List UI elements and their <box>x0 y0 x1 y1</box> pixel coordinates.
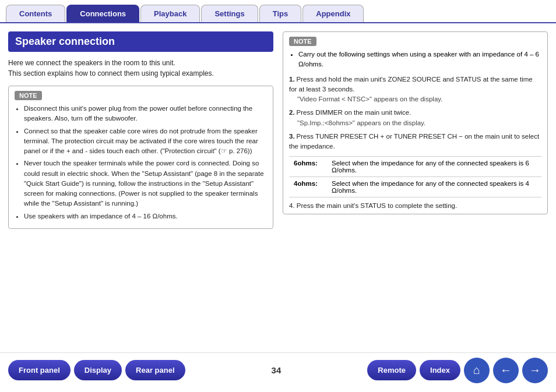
ohms-4-desc: Select when the impedance for any of the… <box>327 177 541 197</box>
tab-appendix[interactable]: Appendix <box>302 5 364 22</box>
tab-tips[interactable]: Tips <box>259 5 302 22</box>
back-button[interactable]: ← <box>493 358 519 383</box>
remote-button[interactable]: Remote <box>367 360 416 380</box>
forward-button[interactable]: → <box>522 358 548 383</box>
note-label-left: NOTE <box>15 91 42 100</box>
list-item: Disconnect this unit's power plug from t… <box>24 104 267 124</box>
page-number: 34 <box>195 365 358 375</box>
tab-connections[interactable]: Connections <box>66 5 139 22</box>
left-column: Speaker connection Here we connect the s… <box>8 31 273 347</box>
step-1: 1.Press and hold the main unit's ZONE2 S… <box>289 75 541 105</box>
ohms-6-desc: Select when the impedance for any of the… <box>327 157 541 177</box>
list-item: Use speakers with an impedance of 4 – 16… <box>24 211 267 221</box>
right-note-intro: Carry out the following settings when us… <box>298 50 541 70</box>
index-button[interactable]: Index <box>420 360 460 380</box>
note-label-right: NOTE <box>289 37 316 46</box>
display-button[interactable]: Display <box>74 360 122 380</box>
list-item: Never touch the speaker terminals while … <box>24 158 267 209</box>
front-panel-button[interactable]: Front panel <box>8 360 71 380</box>
left-note-list: Disconnect this unit's power plug from t… <box>15 104 267 221</box>
table-row: 4ohms: Select when the impedance for any… <box>289 177 541 197</box>
right-note-box: NOTE Carry out the following settings wh… <box>283 31 548 214</box>
intro-text: Here we connect the speakers in the room… <box>8 58 273 79</box>
impedance-table: 6ohms: Select when the impedance for any… <box>289 156 541 197</box>
list-item: Connect so that the speaker cable core w… <box>24 126 267 157</box>
table-row: 6ohms: Select when the impedance for any… <box>289 157 541 177</box>
steps-list: 1.Press and hold the main unit's ZONE2 S… <box>289 75 541 152</box>
tab-playback[interactable]: Playback <box>140 5 200 22</box>
step-2: 2.Press DIMMER on the main unit twice. "… <box>289 108 541 128</box>
ohms-6-label: 6ohms: <box>289 157 327 177</box>
home-button[interactable]: ⌂ <box>464 358 490 383</box>
rear-panel-button[interactable]: Rear panel <box>125 360 185 380</box>
tab-contents[interactable]: Contents <box>6 5 65 22</box>
top-navigation: Contents Connections Playback Settings T… <box>0 0 556 23</box>
main-content: Speaker connection Here we connect the s… <box>0 23 556 352</box>
step-4: 4. Press the main unit's STATUS to compl… <box>289 202 541 209</box>
tab-settings[interactable]: Settings <box>201 5 258 22</box>
ohms-4-label: 4ohms: <box>289 177 327 197</box>
step-3: 3.Press TUNER PRESET CH + or TUNER PRESE… <box>289 132 541 152</box>
left-note-box: NOTE Disconnect this unit's power plug f… <box>8 86 273 229</box>
right-column: NOTE Carry out the following settings wh… <box>283 31 548 347</box>
section-title: Speaker connection <box>8 31 273 52</box>
bottom-navigation: Front panel Display Rear panel 34 Remote… <box>0 352 556 387</box>
